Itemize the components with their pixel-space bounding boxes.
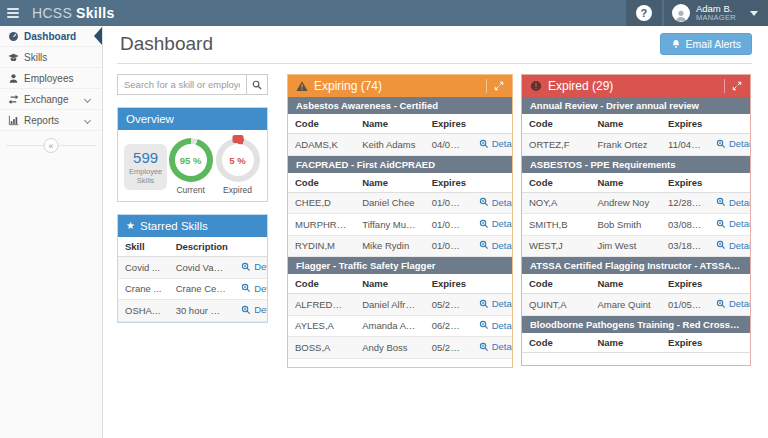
expand-icon[interactable] (494, 81, 504, 91)
column-header: Name (590, 173, 661, 193)
details-label: Details (729, 138, 750, 149)
column-header: Name (590, 333, 661, 353)
table-row: ORTEZ,FFrank Ortez11/04/2021Details (522, 134, 750, 156)
details-label: Details (254, 261, 267, 272)
column-header: Expires (425, 173, 472, 193)
column-header: Skill (118, 237, 169, 257)
details-link[interactable]: Details (479, 341, 512, 352)
bell-icon (671, 39, 681, 49)
table-row: ADAMS,KKeith Adams04/02/2022Details (288, 134, 512, 156)
details-cell: Details (709, 214, 750, 236)
table-cell: 01/02/2023 (425, 192, 472, 214)
sidebar-item-dashboard[interactable]: Dashboard (0, 26, 102, 47)
details-cell: Details (234, 300, 267, 322)
app-root: HCSS Skills ? Adam B. MANAGER Dashboard (0, 0, 768, 438)
overview-panel-header: Overview (118, 108, 267, 130)
details-link[interactable]: Details (241, 261, 267, 272)
zoom-in-icon (241, 262, 251, 272)
email-alerts-button[interactable]: Email Alerts (660, 33, 752, 55)
table-cell: 05/25/2022 (425, 294, 472, 316)
details-link[interactable]: Details (716, 138, 750, 149)
zoom-in-icon (716, 219, 726, 229)
column-header: Expires (425, 114, 472, 134)
sidebar-item-employees[interactable]: Employees (0, 68, 102, 89)
table-row: RYDIN,MMike Rydin01/02/2023Details (288, 235, 512, 257)
sidebar-item-reports[interactable]: Reports (0, 110, 102, 131)
expired-donut-chart: 5 % Expired (214, 138, 261, 195)
current-donut-chart: 95 % Current (167, 138, 214, 195)
table-cell: QUINT,A (522, 294, 590, 316)
brand-hcss: HCSS (32, 5, 72, 21)
column-header (472, 114, 512, 134)
column-header (709, 173, 750, 193)
details-link[interactable]: Details (479, 320, 512, 331)
details-link[interactable]: Details (479, 240, 512, 251)
expiring-panel: Expiring (74) Asbestos Awareness - Certi… (287, 74, 513, 368)
column-header: Code (522, 114, 590, 134)
header-divider (486, 79, 487, 93)
topbar: HCSS Skills ? Adam B. MANAGER (0, 0, 768, 26)
current-label: Current (167, 185, 214, 195)
expired-panel-body: Annual Review - Driver annual reviewCode… (522, 97, 750, 365)
email-alerts-label: Email Alerts (686, 38, 741, 50)
details-link[interactable]: Details (716, 240, 750, 251)
skill-group-header: Bloodborne Pathogens Training - Red Cros… (522, 316, 750, 333)
details-cell: Details (472, 214, 512, 236)
table-cell: BOSS,A (288, 337, 355, 359)
sidebar-item-skills[interactable]: Skills (0, 47, 102, 68)
column-header: Code (288, 114, 355, 134)
column-header: Code (288, 173, 355, 193)
employee-skills-label: Employee Skills (126, 167, 165, 185)
expand-icon[interactable] (732, 81, 742, 91)
skill-group-header: Flagger - Traffic Safety Flagger (288, 257, 512, 274)
details-link[interactable]: Details (479, 138, 512, 149)
menu-icon[interactable] (0, 0, 26, 26)
table-header-row: CodeNameExpires (522, 114, 750, 134)
search-button[interactable] (246, 74, 268, 95)
question-mark-icon: ? (636, 5, 652, 21)
column-header: Code (522, 173, 590, 193)
table-cell: Keith Adams (355, 134, 424, 156)
details-cell: Details (472, 134, 512, 156)
expired-panel-header: Expired (29) (522, 75, 750, 97)
sidebar-item-exchange[interactable]: Exchange (0, 89, 102, 110)
details-link[interactable]: Details (716, 197, 750, 208)
table-cell: WEST,J (522, 235, 590, 257)
details-label: Details (729, 197, 750, 208)
details-cell: Details (709, 134, 750, 156)
details-label: Details (729, 298, 750, 309)
clipped-row (288, 359, 512, 368)
help-button[interactable]: ? (626, 0, 662, 26)
skill-group-header: Annual Review - Driver annual review (522, 97, 750, 114)
user-menu[interactable]: Adam B. MANAGER (664, 0, 768, 26)
expiring-panel-header: Expiring (74) (288, 75, 512, 97)
table-cell: OSHA 30 (118, 300, 169, 322)
chevron-down-icon (84, 116, 91, 123)
zoom-in-icon (479, 342, 489, 352)
details-cell: Details (234, 257, 267, 279)
table-cell: Amare Quint (590, 294, 661, 316)
table-row: Covid ...Covid VaccineDetails (118, 257, 267, 279)
expired-percentage: 5 % (229, 155, 245, 166)
zoom-in-icon (479, 197, 489, 207)
right-column: Expired (29) Annual Review - Driver annu… (521, 74, 751, 368)
table-cell: CHEE,D (288, 192, 355, 214)
details-label: Details (492, 218, 512, 229)
table-cell: RYDIN,M (288, 235, 355, 257)
details-link[interactable]: Details (479, 197, 512, 208)
table-cell: Daniel Alfredsson (355, 294, 424, 316)
clipped-row (522, 353, 750, 365)
search-input[interactable] (117, 74, 246, 95)
details-link[interactable]: Details (241, 283, 267, 294)
user-role: MANAGER (696, 14, 736, 22)
details-link[interactable]: Details (716, 298, 750, 309)
details-link[interactable]: Details (241, 304, 267, 315)
employee-skills-count: 599 (126, 149, 165, 166)
details-link[interactable]: Details (716, 218, 750, 229)
overview-panel: Overview 599 Employee Skills 95 % (117, 107, 268, 202)
collapse-sidebar-button[interactable]: « (44, 138, 59, 153)
column-header (234, 237, 267, 257)
details-link[interactable]: Details (479, 218, 512, 229)
details-link[interactable]: Details (479, 298, 512, 309)
skills-table: CodeNameExpiresORTEZ,FFrank Ortez11/04/2… (522, 114, 750, 156)
